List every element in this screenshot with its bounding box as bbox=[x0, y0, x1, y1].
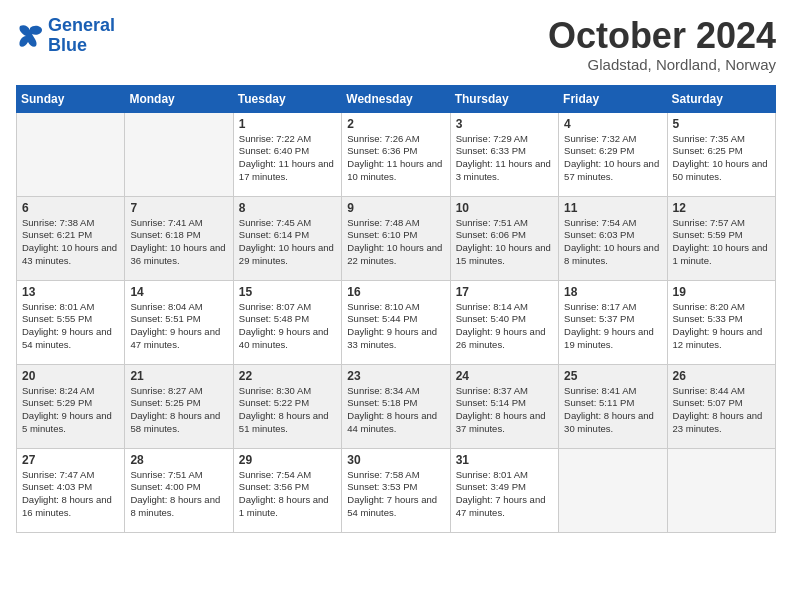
day-number: 5 bbox=[673, 117, 770, 131]
day-number: 1 bbox=[239, 117, 336, 131]
weekday-header-thursday: Thursday bbox=[450, 85, 558, 112]
calendar-cell: 14Sunrise: 8:04 AMSunset: 5:51 PMDayligh… bbox=[125, 280, 233, 364]
calendar-cell: 12Sunrise: 7:57 AMSunset: 5:59 PMDayligh… bbox=[667, 196, 775, 280]
calendar-cell: 21Sunrise: 8:27 AMSunset: 5:25 PMDayligh… bbox=[125, 364, 233, 448]
calendar-cell: 16Sunrise: 8:10 AMSunset: 5:44 PMDayligh… bbox=[342, 280, 450, 364]
month-title: October 2024 bbox=[548, 16, 776, 56]
day-info: Sunrise: 7:38 AMSunset: 6:21 PMDaylight:… bbox=[22, 217, 119, 268]
day-number: 18 bbox=[564, 285, 661, 299]
day-info: Sunrise: 8:27 AMSunset: 5:25 PMDaylight:… bbox=[130, 385, 227, 436]
calendar-cell: 9Sunrise: 7:48 AMSunset: 6:10 PMDaylight… bbox=[342, 196, 450, 280]
calendar-cell: 30Sunrise: 7:58 AMSunset: 3:53 PMDayligh… bbox=[342, 448, 450, 532]
day-number: 3 bbox=[456, 117, 553, 131]
weekday-header-tuesday: Tuesday bbox=[233, 85, 341, 112]
day-number: 8 bbox=[239, 201, 336, 215]
location-text: Gladstad, Nordland, Norway bbox=[548, 56, 776, 73]
calendar-cell: 10Sunrise: 7:51 AMSunset: 6:06 PMDayligh… bbox=[450, 196, 558, 280]
logo: General Blue bbox=[16, 16, 115, 56]
calendar-cell: 5Sunrise: 7:35 AMSunset: 6:25 PMDaylight… bbox=[667, 112, 775, 196]
day-number: 16 bbox=[347, 285, 444, 299]
calendar-cell: 17Sunrise: 8:14 AMSunset: 5:40 PMDayligh… bbox=[450, 280, 558, 364]
calendar-cell: 23Sunrise: 8:34 AMSunset: 5:18 PMDayligh… bbox=[342, 364, 450, 448]
calendar-cell: 19Sunrise: 8:20 AMSunset: 5:33 PMDayligh… bbox=[667, 280, 775, 364]
calendar-cell: 13Sunrise: 8:01 AMSunset: 5:55 PMDayligh… bbox=[17, 280, 125, 364]
day-number: 12 bbox=[673, 201, 770, 215]
day-info: Sunrise: 8:01 AMSunset: 3:49 PMDaylight:… bbox=[456, 469, 553, 520]
day-info: Sunrise: 8:10 AMSunset: 5:44 PMDaylight:… bbox=[347, 301, 444, 352]
day-number: 19 bbox=[673, 285, 770, 299]
day-info: Sunrise: 8:14 AMSunset: 5:40 PMDaylight:… bbox=[456, 301, 553, 352]
day-info: Sunrise: 8:41 AMSunset: 5:11 PMDaylight:… bbox=[564, 385, 661, 436]
day-number: 31 bbox=[456, 453, 553, 467]
calendar-table: SundayMondayTuesdayWednesdayThursdayFrid… bbox=[16, 85, 776, 533]
calendar-cell: 26Sunrise: 8:44 AMSunset: 5:07 PMDayligh… bbox=[667, 364, 775, 448]
weekday-header-monday: Monday bbox=[125, 85, 233, 112]
day-number: 2 bbox=[347, 117, 444, 131]
day-info: Sunrise: 7:26 AMSunset: 6:36 PMDaylight:… bbox=[347, 133, 444, 184]
weekday-header-friday: Friday bbox=[559, 85, 667, 112]
day-info: Sunrise: 8:34 AMSunset: 5:18 PMDaylight:… bbox=[347, 385, 444, 436]
calendar-cell: 15Sunrise: 8:07 AMSunset: 5:48 PMDayligh… bbox=[233, 280, 341, 364]
calendar-cell: 7Sunrise: 7:41 AMSunset: 6:18 PMDaylight… bbox=[125, 196, 233, 280]
calendar-cell: 27Sunrise: 7:47 AMSunset: 4:03 PMDayligh… bbox=[17, 448, 125, 532]
day-number: 29 bbox=[239, 453, 336, 467]
day-number: 4 bbox=[564, 117, 661, 131]
day-info: Sunrise: 8:07 AMSunset: 5:48 PMDaylight:… bbox=[239, 301, 336, 352]
day-number: 28 bbox=[130, 453, 227, 467]
calendar-week-1: 1Sunrise: 7:22 AMSunset: 6:40 PMDaylight… bbox=[17, 112, 776, 196]
calendar-cell bbox=[559, 448, 667, 532]
day-info: Sunrise: 8:24 AMSunset: 5:29 PMDaylight:… bbox=[22, 385, 119, 436]
day-number: 10 bbox=[456, 201, 553, 215]
calendar-week-4: 20Sunrise: 8:24 AMSunset: 5:29 PMDayligh… bbox=[17, 364, 776, 448]
day-number: 21 bbox=[130, 369, 227, 383]
calendar-cell: 22Sunrise: 8:30 AMSunset: 5:22 PMDayligh… bbox=[233, 364, 341, 448]
day-info: Sunrise: 8:37 AMSunset: 5:14 PMDaylight:… bbox=[456, 385, 553, 436]
day-number: 25 bbox=[564, 369, 661, 383]
day-number: 17 bbox=[456, 285, 553, 299]
weekday-header-sunday: Sunday bbox=[17, 85, 125, 112]
calendar-cell: 1Sunrise: 7:22 AMSunset: 6:40 PMDaylight… bbox=[233, 112, 341, 196]
day-number: 9 bbox=[347, 201, 444, 215]
day-number: 14 bbox=[130, 285, 227, 299]
day-number: 7 bbox=[130, 201, 227, 215]
day-info: Sunrise: 8:04 AMSunset: 5:51 PMDaylight:… bbox=[130, 301, 227, 352]
calendar-cell: 24Sunrise: 8:37 AMSunset: 5:14 PMDayligh… bbox=[450, 364, 558, 448]
calendar-cell: 6Sunrise: 7:38 AMSunset: 6:21 PMDaylight… bbox=[17, 196, 125, 280]
day-number: 20 bbox=[22, 369, 119, 383]
day-info: Sunrise: 8:17 AMSunset: 5:37 PMDaylight:… bbox=[564, 301, 661, 352]
day-number: 15 bbox=[239, 285, 336, 299]
calendar-cell bbox=[125, 112, 233, 196]
page-header: General Blue October 2024 Gladstad, Nord… bbox=[16, 16, 776, 73]
day-number: 11 bbox=[564, 201, 661, 215]
calendar-cell: 2Sunrise: 7:26 AMSunset: 6:36 PMDaylight… bbox=[342, 112, 450, 196]
calendar-cell: 3Sunrise: 7:29 AMSunset: 6:33 PMDaylight… bbox=[450, 112, 558, 196]
day-number: 22 bbox=[239, 369, 336, 383]
day-info: Sunrise: 7:41 AMSunset: 6:18 PMDaylight:… bbox=[130, 217, 227, 268]
title-block: October 2024 Gladstad, Nordland, Norway bbox=[548, 16, 776, 73]
calendar-cell: 18Sunrise: 8:17 AMSunset: 5:37 PMDayligh… bbox=[559, 280, 667, 364]
calendar-week-5: 27Sunrise: 7:47 AMSunset: 4:03 PMDayligh… bbox=[17, 448, 776, 532]
day-number: 30 bbox=[347, 453, 444, 467]
day-info: Sunrise: 7:22 AMSunset: 6:40 PMDaylight:… bbox=[239, 133, 336, 184]
calendar-cell: 25Sunrise: 8:41 AMSunset: 5:11 PMDayligh… bbox=[559, 364, 667, 448]
calendar-cell: 29Sunrise: 7:54 AMSunset: 3:56 PMDayligh… bbox=[233, 448, 341, 532]
weekday-header-wednesday: Wednesday bbox=[342, 85, 450, 112]
day-info: Sunrise: 7:54 AMSunset: 3:56 PMDaylight:… bbox=[239, 469, 336, 520]
calendar-cell: 11Sunrise: 7:54 AMSunset: 6:03 PMDayligh… bbox=[559, 196, 667, 280]
weekday-header-saturday: Saturday bbox=[667, 85, 775, 112]
logo-icon bbox=[16, 22, 44, 50]
day-number: 13 bbox=[22, 285, 119, 299]
day-info: Sunrise: 7:32 AMSunset: 6:29 PMDaylight:… bbox=[564, 133, 661, 184]
calendar-week-3: 13Sunrise: 8:01 AMSunset: 5:55 PMDayligh… bbox=[17, 280, 776, 364]
calendar-cell: 8Sunrise: 7:45 AMSunset: 6:14 PMDaylight… bbox=[233, 196, 341, 280]
day-info: Sunrise: 7:54 AMSunset: 6:03 PMDaylight:… bbox=[564, 217, 661, 268]
calendar-cell: 4Sunrise: 7:32 AMSunset: 6:29 PMDaylight… bbox=[559, 112, 667, 196]
day-info: Sunrise: 8:20 AMSunset: 5:33 PMDaylight:… bbox=[673, 301, 770, 352]
day-info: Sunrise: 8:30 AMSunset: 5:22 PMDaylight:… bbox=[239, 385, 336, 436]
day-number: 27 bbox=[22, 453, 119, 467]
day-number: 26 bbox=[673, 369, 770, 383]
day-number: 24 bbox=[456, 369, 553, 383]
calendar-cell: 20Sunrise: 8:24 AMSunset: 5:29 PMDayligh… bbox=[17, 364, 125, 448]
day-number: 6 bbox=[22, 201, 119, 215]
day-info: Sunrise: 7:29 AMSunset: 6:33 PMDaylight:… bbox=[456, 133, 553, 184]
